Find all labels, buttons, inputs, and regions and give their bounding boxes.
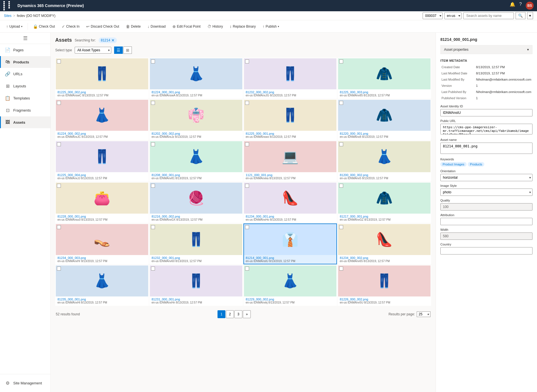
image-item[interactable]: 👗 81229_000_002.png en-us IDNMAnxkj 8/13… <box>243 265 337 306</box>
image-checkbox[interactable] <box>151 225 155 229</box>
image-checkbox[interactable] <box>57 267 61 271</box>
locale-select[interactable]: en-us <box>444 12 461 19</box>
image-item[interactable]: 👗 81224_000_001.png en-us IDNMAnswA 8/13… <box>149 58 243 99</box>
quality-input[interactable] <box>440 203 532 211</box>
image-checkbox[interactable] <box>245 184 249 188</box>
image-item[interactable]: 🧥 81220_000_001.png en-us IDNMAnx8 8/13/… <box>338 99 431 140</box>
image-checkbox[interactable] <box>151 142 155 146</box>
replacebinary-button[interactable]: ↕ Replace Binary <box>227 23 258 30</box>
notification-icon[interactable]: 🔔 <box>510 2 515 10</box>
image-item[interactable]: 👖 81225_000_004.png en-us IDNMAnxJJ 8/13… <box>55 141 149 181</box>
sidebar-item-fragments[interactable]: ⊡ Fragments <box>0 104 50 116</box>
checkin-button[interactable]: ✓ Check In <box>59 23 82 30</box>
sidebar-item-assets[interactable]: 🖼 Assets <box>0 116 50 128</box>
width-input[interactable] <box>440 232 532 240</box>
help-icon[interactable]: ? <box>519 2 522 10</box>
asset-type-select[interactable]: All Asset Types Images Videos Documents <box>75 47 111 54</box>
image-item[interactable]: 💻 1121_000_001.png en-us IDNMAnxka 8/13/… <box>243 141 337 181</box>
image-checkbox[interactable] <box>57 225 61 229</box>
searching-label: Searching for: <box>75 38 96 42</box>
image-meta: en-us IDNMAnxHt 8/13/2019, 12:57 PM <box>57 301 147 304</box>
grid-view-button[interactable]: ⊞ <box>123 46 132 54</box>
image-checkbox[interactable] <box>151 101 155 105</box>
image-checkbox[interactable] <box>57 142 61 146</box>
sidebar-item-layouts[interactable]: ⊞ Layouts <box>0 80 50 92</box>
results-count: 52 results found <box>56 312 80 316</box>
image-checkbox[interactable] <box>151 184 155 188</box>
attribution-input[interactable] <box>440 218 532 225</box>
sidebar-item-urls[interactable]: 🔗 URLs <box>0 68 50 80</box>
image-checkbox[interactable] <box>151 59 155 63</box>
image-item[interactable]: 👖 81231_000_001.png en-us IDNMAnxHn 8/13… <box>149 265 243 306</box>
image-checkbox[interactable] <box>339 184 343 188</box>
image-checkbox[interactable] <box>339 101 343 105</box>
publish-button[interactable]: ↑ Publish ▾ <box>260 23 282 30</box>
image-checkbox[interactable] <box>339 267 343 271</box>
download-button[interactable]: ↓ Download <box>145 23 168 30</box>
orientation-select[interactable]: horizontal vertical square <box>440 174 532 181</box>
checkout-button[interactable]: 🔒 Check Out <box>30 23 58 30</box>
image-item[interactable]: 👗 81200_000_002.png en-us IDNMAnv5 8/13/… <box>338 141 431 181</box>
sidebar-item-pages[interactable]: 📄 Pages <box>0 44 50 56</box>
image-item[interactable]: 👠 81234_000_001.png en-us IDNMAnxHo 8/13… <box>243 182 337 223</box>
image-item[interactable]: 👖 81232_000_001.png en-us IDNMAnv60 8/13… <box>149 223 243 264</box>
image-style-select[interactable]: photo illustration icon <box>440 189 532 196</box>
image-checkbox[interactable] <box>245 101 249 105</box>
image-checkbox[interactable] <box>339 225 343 229</box>
asset-name-input[interactable] <box>440 143 532 154</box>
search-expand-button[interactable]: ▾ <box>527 12 533 19</box>
image-item[interactable]: 🧶 81216_000_002.png en-us IDNMAnxGX 8/13… <box>149 182 243 223</box>
store-select[interactable]: 000037 <box>423 12 443 19</box>
image-item[interactable]: 👡 81234_000_003.png en-us IDNMAnxHr 8/13… <box>55 223 149 264</box>
discard-button[interactable]: ↩ Discard Check Out <box>83 23 122 30</box>
image-checkbox[interactable] <box>339 59 343 63</box>
image-item[interactable]: 👗 81235_000_001.png en-us IDNMAnxHt 8/13… <box>55 265 149 306</box>
image-item[interactable]: 👠 81234_000_002.png en-us IDNMAnv65 8/13… <box>338 223 431 264</box>
image-item[interactable]: 👘 81202_000_002.png en-us IDNMAnxJz 8/13… <box>149 99 243 140</box>
list-view-button[interactable]: ☰ <box>114 46 123 54</box>
user-avatar[interactable]: BS <box>526 2 534 10</box>
image-item[interactable]: 👖 81232_000_002.png en-us IDNMAnxJG 8/13… <box>243 58 337 99</box>
image-item[interactable]: 👖 81225_000_002.png en-us IDNMAnswC 8/13… <box>55 58 149 99</box>
page-2-button[interactable]: 2 <box>226 310 234 318</box>
image-item[interactable]: 👗 81208_000_001.png en-us IDNMAnv81 8/13… <box>149 141 243 181</box>
image-item[interactable]: 👖 81226_000_002.png en-us IDNMAnv5U 8/13… <box>338 265 431 306</box>
image-item[interactable]: 👖 81225_000_001.png en-us IDNMAnswx 8/13… <box>243 99 337 140</box>
upload-button[interactable]: ↑ Upload ▾ <box>3 23 25 30</box>
asset-properties-header[interactable]: Asset properties ▾ <box>440 45 532 54</box>
sidebar-item-products[interactable]: 🛍 Products <box>0 56 50 68</box>
image-item[interactable]: 🧥 81225_000_003.png en-us IDNMAnv85 8/13… <box>338 58 431 99</box>
per-page-select[interactable]: 25 50 100 <box>417 311 431 317</box>
image-checkbox[interactable] <box>339 142 343 146</box>
global-search-input[interactable] <box>463 12 514 19</box>
delete-button[interactable]: 🗑 Delete <box>123 23 144 30</box>
image-checkbox[interactable] <box>151 267 155 271</box>
search-clear-button[interactable]: ✕ <box>111 38 115 43</box>
image-item[interactable]: 👗 81224_000_002.png en-us IDNMAnxJC 8/13… <box>55 99 149 140</box>
history-button[interactable]: ⏱ History <box>205 23 226 30</box>
asset-identity-input[interactable] <box>440 109 532 116</box>
country-input[interactable] <box>440 247 532 254</box>
image-checkbox[interactable] <box>245 59 249 63</box>
image-checkbox[interactable] <box>57 101 61 105</box>
image-item[interactable]: 👔 81214_000_001.png en-us IDNMAnstU 8/13… <box>243 223 337 264</box>
page-next-button[interactable]: » <box>243 310 251 318</box>
image-checkbox[interactable] <box>57 59 61 63</box>
global-search-button[interactable]: 🔍 <box>516 12 525 19</box>
sidebar-item-sitemgmt[interactable]: ⚙ Site Management <box>0 377 50 389</box>
editfocal-button[interactable]: ⊕ Edit Focal Point <box>170 23 203 30</box>
image-checkbox[interactable] <box>245 225 249 229</box>
breadcrumb-sites[interactable]: Sites <box>4 14 12 18</box>
keyword-tag: Product Images <box>440 162 467 167</box>
image-item[interactable]: 🧥 81217_000_001.png en-us IDNMAnxGZ 8/13… <box>338 182 431 223</box>
page-1-button[interactable]: 1 <box>218 310 225 318</box>
image-item[interactable]: 👛 81228_000_001.png en-us IDNMAnsu0 8/13… <box>55 182 149 223</box>
image-checkbox[interactable] <box>57 184 61 188</box>
sidebar-collapse-btn[interactable]: ☰ <box>0 33 50 44</box>
app-grid-icon[interactable] <box>3 1 13 10</box>
image-checkbox[interactable] <box>245 267 249 271</box>
page-3-button[interactable]: 3 <box>234 310 242 318</box>
sidebar-item-templates[interactable]: 📋 Templates <box>0 92 50 104</box>
image-checkbox[interactable] <box>245 142 249 146</box>
public-url-input[interactable] <box>440 124 532 134</box>
